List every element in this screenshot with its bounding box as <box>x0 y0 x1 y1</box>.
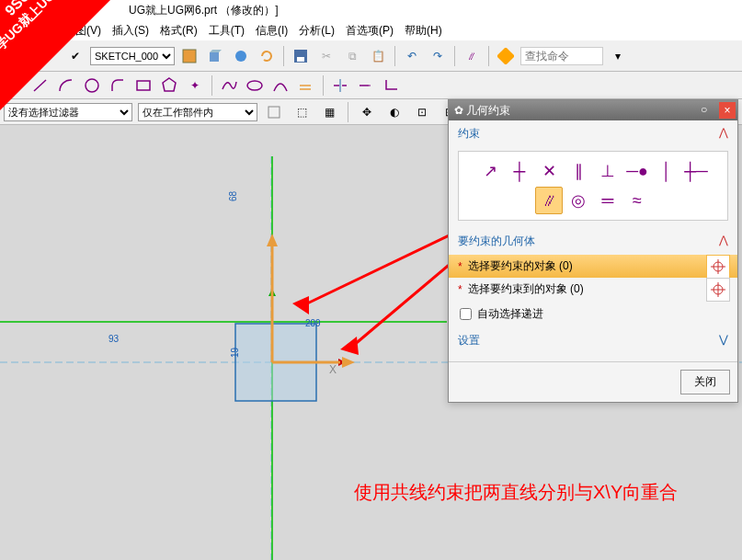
constraint-horizontal[interactable]: ─● <box>623 157 651 185</box>
constraint-icon[interactable]: ⫽ <box>461 45 483 67</box>
corner-icon[interactable] <box>381 74 403 97</box>
svg-rect-0 <box>183 50 196 63</box>
dialog-footer: 关闭 <box>449 361 737 402</box>
dim-209[interactable]: 209 <box>305 318 321 328</box>
dim-68[interactable]: 68 <box>228 191 238 201</box>
scope-select[interactable]: 仅在工作部件内 <box>138 103 257 121</box>
close-button[interactable]: 关闭 <box>680 370 730 394</box>
auto-select-row: 自动选择递进 <box>449 301 737 327</box>
sel-icon2[interactable]: ⬚ <box>291 101 313 123</box>
constraint-concentric[interactable]: ◎ <box>565 187 592 214</box>
toolbar-sketch: ✦ <box>0 72 742 99</box>
toolbar-main: ✔ SKETCH_000 ✂ ⧉ 📋 ↶ ↷ ⫽ ▾ <box>0 40 742 72</box>
svg-point-10 <box>247 81 262 90</box>
collapse-icon: ⋀ <box>719 234 728 249</box>
offset-icon[interactable] <box>295 74 317 97</box>
section-geom-header[interactable]: 要约束的几何体⋀ <box>449 228 737 255</box>
sel-icon6[interactable]: ⊡ <box>411 101 433 123</box>
svg-marker-28 <box>340 337 359 355</box>
constraint-coincident[interactable]: ↗ <box>476 157 504 185</box>
svg-rect-8 <box>137 81 150 90</box>
constraint-perpendicular[interactable]: ⊥ <box>594 157 622 185</box>
required-icon: * <box>458 260 462 273</box>
menu-format[interactable]: 格式(R) <box>160 23 198 39</box>
search-input[interactable] <box>520 47 603 65</box>
dialog-titlebar[interactable]: ✿ 几何约束 ○ × <box>449 100 737 120</box>
rectangle-icon[interactable] <box>132 74 154 97</box>
spline-icon[interactable] <box>218 74 240 97</box>
constraint-point-on[interactable]: ┼ <box>506 157 533 185</box>
section-constraint-header[interactable]: 约束⋀ <box>449 120 737 147</box>
constraint-parallel[interactable]: ∥ <box>565 157 592 185</box>
close-icon[interactable]: × <box>719 102 736 119</box>
undo-icon[interactable]: ↶ <box>401 45 423 67</box>
menu-info[interactable]: 信息(I) <box>256 23 288 39</box>
command-finder-icon[interactable] <box>495 45 517 67</box>
svg-rect-1 <box>210 52 219 62</box>
cube-icon[interactable] <box>204 45 226 67</box>
redo-icon[interactable]: ↷ <box>427 45 449 67</box>
dim-19[interactable]: 19 <box>230 348 240 358</box>
window-title: UG就上UG网6.prt （修改的）] <box>0 0 742 20</box>
extend-icon[interactable] <box>355 74 377 97</box>
target-icon[interactable] <box>706 255 730 279</box>
pin-icon[interactable]: ○ <box>701 103 715 116</box>
save-icon[interactable] <box>290 45 312 67</box>
reattach-icon[interactable] <box>230 45 252 67</box>
watermark-corner <box>0 0 110 110</box>
conic-icon[interactable] <box>269 74 291 97</box>
menu-help[interactable]: 帮助(H) <box>405 23 442 39</box>
constraint-grid: ↗ ┼ ✕ ∥ ⊥ ─● │ ┼─ ⫽ ◎ ═ ≈ <box>458 151 728 221</box>
section-settings-header[interactable]: 设置⋁ <box>449 327 737 354</box>
target-icon[interactable] <box>706 278 730 302</box>
menu-analyze[interactable]: 分析(L) <box>299 23 335 39</box>
update-icon[interactable] <box>256 45 278 67</box>
trim-icon[interactable] <box>329 74 351 97</box>
svg-rect-12 <box>268 107 280 118</box>
menubar: 视图(V) 插入(S) 格式(R) 工具(T) 信息(I) 分析(L) 首选项(… <box>0 20 742 40</box>
sel-icon5[interactable]: ◐ <box>383 101 405 123</box>
svg-text:X: X <box>329 363 337 376</box>
ellipse-icon[interactable] <box>244 74 266 97</box>
geo-constraint-dialog: ✿ 几何约束 ○ × 约束⋀ ↗ ┼ ✕ ∥ ⊥ ─● │ ┼─ ⫽ ◎ ═ ≈… <box>448 99 738 403</box>
polygon-icon[interactable] <box>158 74 180 97</box>
dim-93[interactable]: 93 <box>108 334 119 344</box>
gear-icon: ✿ <box>454 104 463 117</box>
annotation-text: 使用共线约束把两直线分别与X\Y向重合 <box>354 479 678 505</box>
svg-marker-23 <box>342 357 355 368</box>
cut-icon[interactable]: ✂ <box>315 45 337 67</box>
expand-icon: ⋁ <box>719 333 728 349</box>
select-object-row[interactable]: * 选择要约束的对象 (0) <box>449 255 737 278</box>
search-dropdown-icon[interactable]: ▾ <box>607 45 629 67</box>
point-icon[interactable]: ✦ <box>184 74 206 97</box>
constraint-tangent[interactable]: ✕ <box>535 157 563 185</box>
menu-insert[interactable]: 插入(S) <box>112 23 149 39</box>
sel-icon3[interactable]: ▦ <box>318 101 340 123</box>
constraint-equal-len[interactable]: ═ <box>594 187 622 214</box>
svg-rect-5 <box>497 48 514 64</box>
svg-rect-4 <box>297 57 304 62</box>
required-icon: * <box>458 283 462 296</box>
sel-icon1[interactable] <box>263 101 285 123</box>
constraint-collinear[interactable]: ⫽ <box>535 187 563 214</box>
menu-tool[interactable]: 工具(T) <box>209 23 245 39</box>
svg-marker-25 <box>267 234 278 246</box>
auto-select-checkbox[interactable] <box>460 308 472 320</box>
collapse-icon: ⋀ <box>719 126 728 142</box>
copy-icon[interactable]: ⧉ <box>341 45 363 67</box>
constraint-midpoint[interactable]: ┼─ <box>682 157 710 185</box>
svg-marker-9 <box>163 78 176 91</box>
constraint-equal-rad[interactable]: ≈ <box>623 187 651 214</box>
menu-pref[interactable]: 首选项(P) <box>346 23 394 39</box>
sel-icon4[interactable]: ✥ <box>356 101 378 123</box>
constraint-vertical[interactable]: │ <box>653 157 680 185</box>
dialog-title: 几何约束 <box>466 103 510 119</box>
sketch-icon[interactable] <box>178 45 200 67</box>
select-to-object-row[interactable]: * 选择要约束到的对象 (0) <box>449 278 737 301</box>
paste-icon[interactable]: 📋 <box>367 45 389 67</box>
svg-point-2 <box>235 51 246 62</box>
